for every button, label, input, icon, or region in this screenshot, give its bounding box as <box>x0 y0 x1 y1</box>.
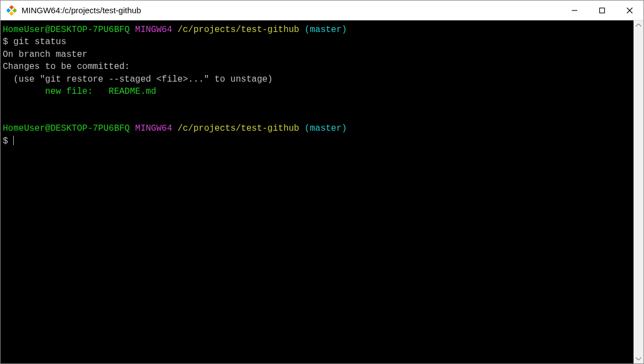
output-line: On branch master <box>3 49 631 61</box>
prompt-user-host: HomeUser@DESKTOP-7PU6BFQ <box>3 25 130 35</box>
output-line: new file: README.md <box>3 85 631 98</box>
staged-file: README.md <box>109 87 156 97</box>
window-controls <box>561 1 643 20</box>
prompt-path: /c/projects/test-github <box>178 124 299 133</box>
chevron-up-icon <box>636 24 641 27</box>
command-line: $ git status <box>3 36 631 48</box>
window-title: MINGW64:/c/projects/test-github <box>22 6 561 15</box>
svg-rect-0 <box>9 6 14 10</box>
scroll-up-button[interactable] <box>635 22 642 29</box>
command-text: git status <box>13 37 66 47</box>
terminal-output[interactable]: HomeUser@DESKTOP-7PU6BFQ MINGW64 /c/proj… <box>1 20 634 363</box>
prompt-path: /c/projects/test-github <box>178 25 299 35</box>
prompt-dollar: $ <box>3 136 8 146</box>
app-icon <box>6 5 17 16</box>
prompt-line: HomeUser@DESKTOP-7PU6BFQ MINGW64 /c/proj… <box>3 24 631 36</box>
prompt-env: MINGW64 <box>135 25 172 35</box>
close-icon <box>626 7 633 14</box>
minimize-icon <box>571 7 578 14</box>
command-line[interactable]: $ <box>3 135 631 147</box>
prompt-branch: (master) <box>304 25 347 35</box>
prompt-line: HomeUser@DESKTOP-7PU6BFQ MINGW64 /c/proj… <box>3 122 631 135</box>
prompt-branch: (master) <box>304 124 347 133</box>
svg-rect-2 <box>7 8 11 12</box>
prompt-user-host: HomeUser@DESKTOP-7PU6BFQ <box>3 124 130 133</box>
maximize-icon <box>599 7 605 14</box>
titlebar[interactable]: MINGW64:/c/projects/test-github <box>1 1 643 20</box>
minimize-button[interactable] <box>561 1 588 20</box>
close-button[interactable] <box>616 1 643 20</box>
prompt-env: MINGW64 <box>135 124 172 133</box>
scrollbar[interactable] <box>634 20 643 363</box>
output-line: (use "git restore --staged <file>..." to… <box>3 73 631 85</box>
svg-rect-3 <box>9 11 14 15</box>
blank-line <box>3 98 631 110</box>
prompt-dollar: $ <box>3 37 8 47</box>
terminal-body: HomeUser@DESKTOP-7PU6BFQ MINGW64 /c/proj… <box>1 20 643 363</box>
terminal-window: MINGW64:/c/projects/test-github HomeUser… <box>0 0 644 364</box>
cursor <box>13 136 14 145</box>
staged-label: new file: <box>3 87 109 97</box>
svg-rect-5 <box>600 8 605 13</box>
chevron-down-icon <box>636 357 641 360</box>
maximize-button[interactable] <box>588 1 616 20</box>
blank-line <box>3 110 631 122</box>
svg-rect-1 <box>12 8 17 12</box>
scroll-down-button[interactable] <box>635 355 642 362</box>
output-line: Changes to be committed: <box>3 61 631 73</box>
